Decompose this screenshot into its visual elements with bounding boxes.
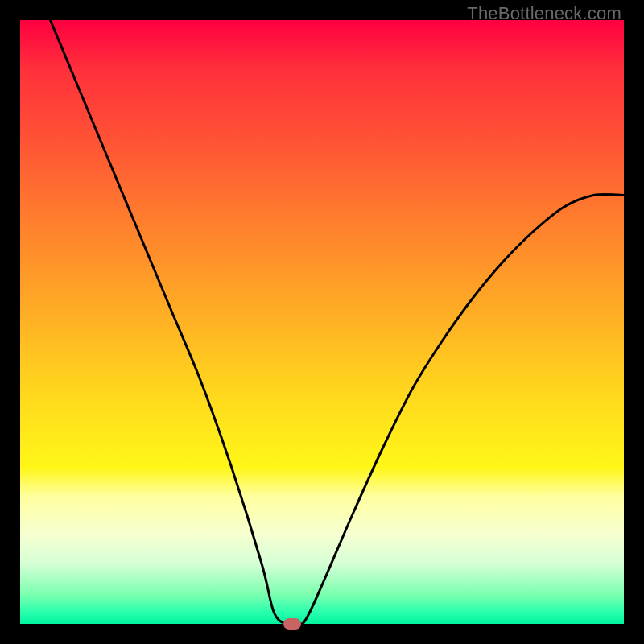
plot-area <box>20 20 624 624</box>
bottleneck-curve <box>51 20 625 624</box>
watermark-text: TheBottleneck.com <box>467 3 621 24</box>
chart-frame: TheBottleneck.com <box>0 0 644 644</box>
optimum-marker <box>283 618 301 630</box>
curve-layer <box>20 20 624 624</box>
